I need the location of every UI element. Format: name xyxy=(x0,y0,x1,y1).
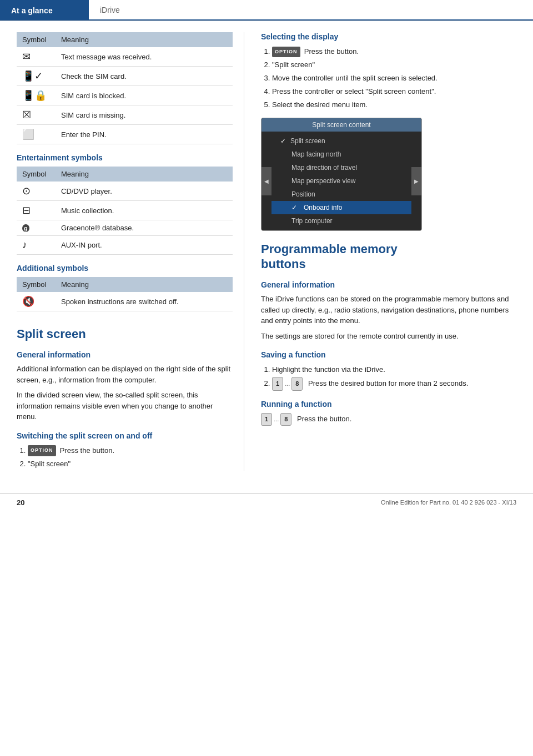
menu-item-label: Trip computer xyxy=(291,217,333,225)
ellipsis-run: ... xyxy=(274,415,279,424)
list-item: Press the controller or select "Split sc… xyxy=(272,85,516,98)
menu-item-label: Map perspective view xyxy=(291,177,355,185)
switching-step1-text: Press the button. xyxy=(60,446,114,455)
menu-item-position: Position xyxy=(271,188,411,201)
table-row: ☒ SIM card is missing. xyxy=(17,105,233,125)
col-meaning-header: Meaning xyxy=(56,32,233,47)
header-section-left: At a glance xyxy=(0,0,89,21)
list-item: Select the desired menu item. xyxy=(272,99,516,111)
screen-menu: Split screen Map facing north Map direct… xyxy=(271,132,411,230)
menu-item-label: Split screen xyxy=(290,137,325,145)
sim-check-icon: 📱✓ xyxy=(22,70,43,82)
pin-icon: ⬜ xyxy=(22,128,34,140)
menu-item-split-screen: Split screen xyxy=(271,134,411,148)
menu-item-trip-computer: Trip computer xyxy=(271,214,411,228)
table-row: ⊟ Music collection. xyxy=(17,201,233,220)
switching-steps-list: OPTION Press the button. "Split screen" xyxy=(28,445,233,470)
sim-blocked-icon: 📱🔒 xyxy=(22,89,47,102)
table-row: ⊙ CD/DVD player. xyxy=(17,182,233,201)
ellipsis: ... xyxy=(285,379,290,389)
symbol-cell: ⊙ xyxy=(17,182,56,201)
envelope-icon: ✉ xyxy=(22,51,31,63)
table-row: 📱🔒 SIM card is blocked. xyxy=(17,86,233,105)
additional-table: Symbol Meaning 🔇 Spoken instructions are… xyxy=(17,277,233,311)
running-text-label: Press the button. xyxy=(297,415,351,423)
saving-heading: Saving a function xyxy=(261,350,516,359)
menu-item-onboard-info: ✓ Onboard info xyxy=(271,201,411,214)
split-general-p1: Additional information can be displayed … xyxy=(17,364,233,385)
list-item: "Split screen" xyxy=(272,59,516,71)
split-screen-heading: Split screen xyxy=(17,327,233,341)
right-column: Selecting the display OPTION Press the b… xyxy=(244,32,533,471)
header-left-label: At a glance xyxy=(11,6,53,15)
meaning-cell: Music collection. xyxy=(56,201,233,220)
screen-right-nav: ▶ xyxy=(411,167,421,195)
saving-step1-text: Highlight the function via the iDrive. xyxy=(272,365,385,374)
entertainment-table: Symbol Meaning ⊙ CD/DVD player. ⊟ Music … xyxy=(17,167,233,255)
symbol-cell: ☒ xyxy=(17,105,56,125)
prog-general-p1: The iDrive functions can be stored on th… xyxy=(261,294,516,326)
selecting-step4-text: Press the controller or select "Split sc… xyxy=(272,87,436,95)
button-8: 8 xyxy=(291,377,303,391)
menu-item-label: Onboard info xyxy=(304,204,342,211)
gracenote-icon: g xyxy=(22,224,29,232)
selecting-step5-text: Select the desired menu item. xyxy=(272,100,368,109)
screen-title-text: Split screen content xyxy=(312,121,370,129)
col-meaning-header-add: Meaning xyxy=(56,277,233,292)
list-item: "Split screen" xyxy=(28,458,233,470)
music-icon: ⊟ xyxy=(22,204,31,216)
num-btn-group-run: 1 ... 8 xyxy=(261,413,291,426)
button-8-run: 8 xyxy=(280,413,291,426)
meaning-cell: Spoken instructions are switched off. xyxy=(56,292,233,311)
chevron-right-icon: ▶ xyxy=(414,178,419,184)
table-row: 🔇 Spoken instructions are switched off. xyxy=(17,292,233,311)
aux-icon: ♪ xyxy=(22,239,27,251)
table-row: 📱✓ Check the SIM card. xyxy=(17,67,233,86)
additional-heading: Additional symbols xyxy=(17,264,233,273)
num-btn-group: 1 ... 8 xyxy=(272,377,303,391)
button-1-run: 1 xyxy=(261,413,272,426)
option-button-icon: OPTION xyxy=(28,445,56,456)
table-row: g Gracenote® database. xyxy=(17,220,233,236)
menu-item-map-perspective: Map perspective view xyxy=(271,174,411,188)
col-symbol-header-add: Symbol xyxy=(17,277,56,292)
copyright-text: Online Edition for Part no. 01 40 2 926 … xyxy=(381,499,516,506)
split-general-heading: General information xyxy=(17,350,233,359)
header-section-right: iDrive xyxy=(89,0,533,21)
running-text: 1 ... 8 Press the button. xyxy=(261,413,516,426)
selecting-step3-text: Move the controller until the split scre… xyxy=(272,74,438,82)
prog-general-p2: The settings are stored for the remote c… xyxy=(261,331,516,342)
selecting-step2-text: "Split screen" xyxy=(272,61,315,69)
switching-step2-text: "Split screen" xyxy=(28,460,71,468)
symbol-cell: 🔇 xyxy=(17,292,56,311)
symbol-cell: 📱🔒 xyxy=(17,86,56,105)
menu-item-label: Position xyxy=(291,190,315,198)
header-right-label: iDrive xyxy=(100,6,120,14)
symbol-cell: ⬜ xyxy=(17,125,56,144)
symbol-cell: g xyxy=(17,220,56,236)
left-column: Symbol Meaning ✉ Text message was receiv… xyxy=(0,32,244,471)
list-item: 1 ... 8 Press the desired button for mor… xyxy=(272,377,516,391)
page-number: 20 xyxy=(17,498,24,507)
page-footer: 20 Online Edition for Part no. 01 40 2 9… xyxy=(0,493,533,511)
col-meaning-header-ent: Meaning xyxy=(56,167,233,182)
list-item: OPTION Press the button. xyxy=(272,46,516,58)
symbol-cell: ♪ xyxy=(17,236,56,255)
screen-simulation: Split screen content ◀ Split screen Map … xyxy=(261,118,422,231)
table-row: ⬜ Enter the PIN. xyxy=(17,125,233,144)
list-item: Highlight the function via the iDrive. xyxy=(272,364,516,376)
split-general-p2: In the divided screen view, the so-calle… xyxy=(17,390,233,422)
menu-item-map-direction: Map direction of travel xyxy=(271,161,411,174)
prog-heading-text: Programmable memorybuttons xyxy=(261,242,398,270)
mute-icon: 🔇 xyxy=(22,295,34,308)
meaning-cell: CD/DVD player. xyxy=(56,182,233,201)
selecting-step1-text: Press the button. xyxy=(304,47,359,56)
list-item: Move the controller until the split scre… xyxy=(272,72,516,84)
running-heading: Running a function xyxy=(261,400,516,409)
screen-navigation: ◀ Split screen Map facing north Map dire… xyxy=(262,132,421,230)
meaning-cell: Check the SIM card. xyxy=(56,67,233,86)
table-row: ✉ Text message was received. xyxy=(17,47,233,67)
sim-missing-icon: ☒ xyxy=(22,109,31,121)
screen-titlebar: Split screen content xyxy=(262,118,421,132)
menu-item-map-north: Map facing north xyxy=(271,148,411,161)
